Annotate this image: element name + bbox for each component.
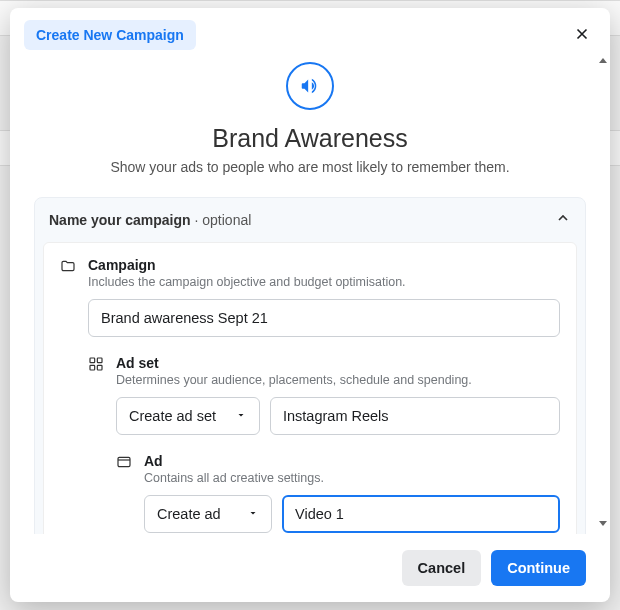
grid-icon	[88, 356, 106, 374]
modal-header: Create New Campaign	[10, 8, 610, 50]
megaphone-icon	[286, 62, 334, 110]
svg-rect-0	[90, 358, 95, 363]
svg-rect-3	[97, 365, 102, 370]
section-title: Name your campaign · optional	[49, 212, 251, 228]
chevron-up-icon	[555, 210, 571, 230]
section-body: Campaign Includes the campaign objective…	[43, 242, 577, 534]
campaign-level: Campaign Includes the campaign objective…	[60, 257, 560, 337]
modal-body: Brand Awareness Show your ads to people …	[10, 50, 610, 534]
svg-rect-4	[118, 457, 130, 466]
adset-name-input[interactable]	[270, 397, 560, 435]
caret-down-icon	[247, 506, 259, 522]
objective-title: Brand Awareness	[34, 124, 586, 153]
create-campaign-modal: Create New Campaign Brand Awareness Show…	[10, 8, 610, 602]
campaign-desc: Includes the campaign objective and budg…	[88, 275, 560, 289]
close-button[interactable]	[568, 20, 596, 48]
adset-label: Ad set	[116, 355, 560, 371]
cancel-button[interactable]: Cancel	[402, 550, 482, 586]
ad-icon	[116, 454, 134, 472]
scroll-hint	[598, 58, 608, 526]
caret-down-icon	[235, 408, 247, 424]
ad-level: Ad Contains all ad creative settings. Cr…	[116, 453, 560, 533]
folder-icon	[60, 258, 78, 276]
name-campaign-section: Name your campaign · optional Campaign I…	[34, 197, 586, 534]
campaign-label: Campaign	[88, 257, 560, 273]
adset-select-label: Create ad set	[129, 408, 216, 424]
create-new-campaign-pill[interactable]: Create New Campaign	[24, 20, 196, 50]
objective-hero: Brand Awareness Show your ads to people …	[34, 62, 586, 175]
adset-level: Ad set Determines your audience, placeme…	[88, 355, 560, 435]
ad-name-input[interactable]	[282, 495, 560, 533]
modal-footer: Cancel Continue	[10, 534, 610, 602]
ad-label: Ad	[144, 453, 560, 469]
campaign-name-input[interactable]	[88, 299, 560, 337]
svg-rect-1	[97, 358, 102, 363]
close-icon	[573, 25, 591, 43]
objective-subtitle: Show your ads to people who are most lik…	[34, 159, 586, 175]
section-header[interactable]: Name your campaign · optional	[35, 198, 585, 242]
ad-select-label: Create ad	[157, 506, 221, 522]
continue-button[interactable]: Continue	[491, 550, 586, 586]
adset-desc: Determines your audience, placements, sc…	[116, 373, 560, 387]
ad-desc: Contains all ad creative settings.	[144, 471, 560, 485]
adset-action-select[interactable]: Create ad set	[116, 397, 260, 435]
ad-action-select[interactable]: Create ad	[144, 495, 272, 533]
svg-rect-2	[90, 365, 95, 370]
